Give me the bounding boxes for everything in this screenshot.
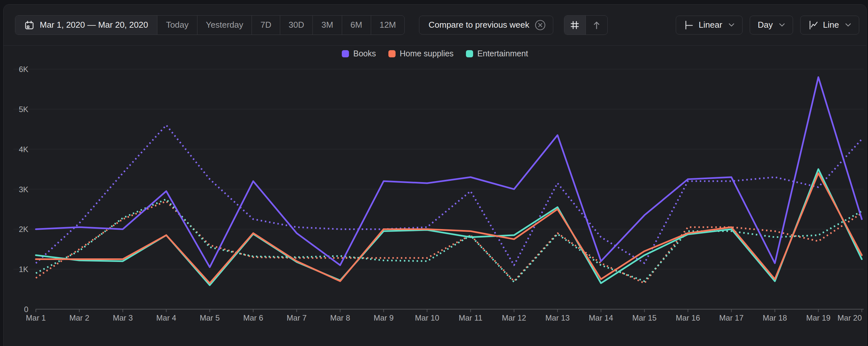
chart-type-dropdown-label: Line — [823, 20, 839, 30]
quick-range-button[interactable]: 7D — [252, 15, 280, 35]
chart-type-dropdown[interactable]: Line — [800, 15, 859, 35]
chart-legend: Books Home supplies Entertainment — [4, 49, 866, 58]
series-lines — [36, 77, 862, 285]
x-axis-label: Mar 2 — [69, 313, 89, 322]
date-range-label: Mar 1, 2020 — Mar 20, 2020 — [40, 20, 148, 30]
x-axis-label: Mar 12 — [502, 313, 526, 322]
y-axis-label: 3K — [8, 185, 28, 194]
chart-settings-group: Linear Day — [676, 15, 859, 35]
grid-hash-icon — [569, 20, 580, 30]
y-axis-label: 0 — [8, 305, 28, 314]
quick-range-button[interactable]: 30D — [280, 15, 313, 35]
x-axis-label: Mar 20 — [837, 313, 862, 322]
grid-toggle-button[interactable] — [564, 15, 586, 35]
quick-range-button[interactable]: Today — [157, 15, 197, 35]
remove-compare-icon[interactable] — [535, 20, 546, 31]
x-axis-label: Mar 5 — [200, 313, 220, 322]
books-swatch — [342, 50, 349, 57]
arrow-up-icon — [591, 20, 602, 30]
calendar-icon — [25, 20, 34, 30]
granularity-dropdown-label: Day — [758, 20, 773, 30]
x-axis-label: Mar 11 — [459, 313, 483, 322]
chevron-down-icon — [845, 23, 851, 27]
chart-area: Books Home supplies Entertainment 6K5K4K… — [4, 45, 866, 346]
series-line-books-previous — [36, 125, 862, 265]
y-axis-label: 1K — [8, 265, 28, 274]
legend-label: Books — [353, 49, 376, 58]
x-axis-label: Mar 3 — [113, 313, 133, 322]
entertainment-swatch — [466, 50, 473, 57]
series-line-home-supplies-previous — [36, 201, 862, 283]
x-axis-label: Mar 16 — [676, 313, 700, 322]
compare-chip[interactable]: Compare to previous week — [419, 15, 553, 35]
x-axis-label: Mar 4 — [156, 313, 176, 322]
legend-label: Home supplies — [400, 49, 454, 58]
x-axis-label: Mar 7 — [287, 313, 307, 322]
y-axis-label: 5K — [8, 105, 28, 114]
legend-item-home-supplies[interactable]: Home supplies — [389, 49, 454, 58]
y-axis-label: 4K — [8, 145, 28, 154]
gridlines — [13, 69, 864, 312]
x-axis-label: Mar 14 — [589, 313, 613, 322]
quick-range-button[interactable]: 6M — [342, 15, 371, 35]
chevron-down-icon — [779, 23, 785, 27]
x-axis-label: Mar 1 — [26, 313, 45, 322]
line-chart — [4, 45, 867, 346]
x-axis-label: Mar 18 — [763, 313, 787, 322]
y-axis-label: 6K — [8, 65, 28, 74]
x-axis-label: Mar 8 — [330, 313, 350, 322]
x-axis-label: Mar 19 — [806, 313, 831, 322]
view-toggle-group — [564, 15, 608, 35]
series-line-entertainment-previous — [36, 199, 862, 282]
quick-range-button[interactable]: Yesterday — [197, 15, 252, 35]
scale-dropdown[interactable]: Linear — [676, 15, 742, 35]
line-chart-icon — [808, 20, 818, 30]
quick-range-button[interactable]: 12M — [371, 15, 405, 35]
legend-label: Entertainment — [477, 49, 528, 58]
date-range-button[interactable]: Mar 1, 2020 — Mar 20, 2020 — [15, 15, 157, 35]
x-axis-label: Mar 13 — [546, 313, 570, 322]
date-range-group: Mar 1, 2020 — Mar 20, 2020 TodayYesterda… — [15, 15, 405, 35]
x-axis-label: Mar 17 — [719, 313, 744, 322]
quick-range-button[interactable]: 3M — [313, 15, 342, 35]
home-supplies-swatch — [389, 50, 396, 57]
chevron-down-icon — [728, 23, 735, 27]
analytics-card: Mar 1, 2020 — Mar 20, 2020 TodayYesterda… — [3, 4, 867, 346]
scale-dropdown-label: Linear — [699, 20, 722, 30]
legend-item-books[interactable]: Books — [342, 49, 376, 58]
x-axis-label: Mar 10 — [415, 313, 439, 322]
granularity-dropdown[interactable]: Day — [750, 15, 793, 35]
toolbar: Mar 1, 2020 — Mar 20, 2020 TodayYesterda… — [4, 5, 866, 45]
export-button[interactable] — [586, 15, 607, 35]
legend-item-entertainment[interactable]: Entertainment — [466, 49, 528, 58]
axis-scale-icon — [684, 20, 694, 30]
x-axis-label: Mar 15 — [632, 313, 657, 322]
compare-chip-label: Compare to previous week — [429, 20, 529, 30]
x-axis-label: Mar 9 — [374, 313, 394, 322]
y-axis-label: 2K — [8, 225, 28, 234]
x-axis-label: Mar 6 — [243, 313, 263, 322]
